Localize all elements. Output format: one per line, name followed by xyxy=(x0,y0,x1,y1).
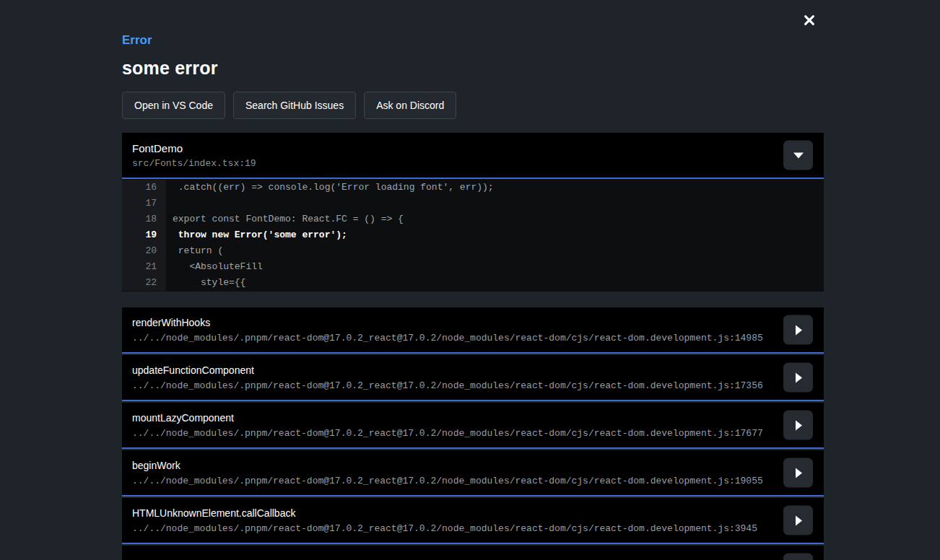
play-icon xyxy=(796,515,802,525)
line-number: 22 xyxy=(122,275,166,291)
close-button[interactable] xyxy=(798,9,821,32)
stack-frame-text: HTMLUnknownElement.callCallback ../../no… xyxy=(132,507,773,534)
stack-frame-path: ../../node_modules/.pnpm/react-dom@17.0.… xyxy=(132,476,773,486)
stack-trace: renderWithHooks ../../node_modules/.pnpm… xyxy=(122,307,824,560)
expand-frame-button[interactable] xyxy=(783,506,813,535)
code-snippet: 16 .catch((err) => console.log('Error lo… xyxy=(122,179,824,292)
line-number: 20 xyxy=(122,243,166,259)
line-code: <AbsoluteFill xyxy=(166,259,263,275)
code-line: 20 return ( xyxy=(122,243,824,259)
code-line: 18 export const FontDemo: React.FC = () … xyxy=(122,211,824,227)
error-type-label: Error xyxy=(122,33,824,48)
chevron-down-icon xyxy=(793,152,804,158)
line-number: 21 xyxy=(122,259,166,275)
stack-frame xyxy=(122,546,824,560)
stack-frame: mountLazyComponent ../../node_modules/.p… xyxy=(122,403,824,449)
code-line: 21 <AbsoluteFill xyxy=(122,259,824,275)
stack-frame-text: renderWithHooks ../../node_modules/.pnpm… xyxy=(132,317,773,344)
code-line: 16 .catch((err) => console.log('Error lo… xyxy=(122,180,824,196)
play-icon xyxy=(796,372,802,382)
error-message: some error xyxy=(122,58,824,79)
frame-function-name: FontDemo xyxy=(132,142,814,154)
collapse-frame-button[interactable] xyxy=(783,141,813,170)
expand-frame-button[interactable] xyxy=(783,411,813,440)
code-frame-header[interactable]: FontDemo src/Fonts/index.tsx:19 xyxy=(122,133,824,179)
close-icon xyxy=(803,14,816,27)
play-icon xyxy=(796,325,802,335)
stack-frame-name: renderWithHooks xyxy=(132,317,773,328)
line-number: 17 xyxy=(122,196,166,211)
expand-frame-button[interactable] xyxy=(783,458,813,488)
stack-frame-name: mountLazyComponent xyxy=(132,412,773,424)
stack-frame-path: ../../node_modules/.pnpm/react-dom@17.0.… xyxy=(132,428,773,439)
line-code: .catch((err) => console.log('Error loadi… xyxy=(166,180,494,196)
error-overlay: Error some error Open in VS CodeSearch G… xyxy=(122,0,824,560)
stack-frame-path: ../../node_modules/.pnpm/react-dom@17.0.… xyxy=(132,523,773,534)
action-button[interactable]: Ask on Discord xyxy=(364,92,456,119)
stack-frame-path: ../../node_modules/.pnpm/react-dom@17.0.… xyxy=(132,380,773,391)
stack-frame-text: beginWork ../../node_modules/.pnpm/react… xyxy=(132,460,773,486)
line-number: 18 xyxy=(122,211,166,227)
code-frame: FontDemo src/Fonts/index.tsx:19 16 .catc… xyxy=(122,133,824,292)
stack-frame-path: ../../node_modules/.pnpm/react-dom@17.0.… xyxy=(132,333,773,344)
code-line: 17 xyxy=(122,196,824,211)
expand-frame-button[interactable] xyxy=(783,363,813,393)
code-frame-header-text: FontDemo src/Fonts/index.tsx:19 xyxy=(132,142,814,169)
line-code: export const FontDemo: React.FC = () => … xyxy=(166,211,404,227)
stack-frame-name: HTMLUnknownElement.callCallback xyxy=(132,507,773,519)
stack-frame: beginWork ../../node_modules/.pnpm/react… xyxy=(122,450,824,496)
stack-frame: updateFunctionComponent ../../node_modul… xyxy=(122,355,824,401)
play-icon xyxy=(796,420,802,430)
line-code: style={{ xyxy=(166,275,245,291)
stack-frame-name: beginWork xyxy=(132,460,773,471)
line-number: 19 xyxy=(122,227,166,243)
line-code xyxy=(166,196,173,211)
stack-frame-name: updateFunctionComponent xyxy=(132,364,773,376)
stack-frame: HTMLUnknownElement.callCallback ../../no… xyxy=(122,498,824,544)
action-button[interactable]: Open in VS Code xyxy=(122,92,225,119)
stack-frame: renderWithHooks ../../node_modules/.pnpm… xyxy=(122,307,824,354)
expand-frame-button[interactable] xyxy=(783,315,813,345)
code-line: 22 style={{ xyxy=(122,275,824,291)
code-line: 19 throw new Error('some error'); xyxy=(122,227,824,243)
line-code: return ( xyxy=(166,243,223,259)
stack-frame-text: updateFunctionComponent ../../node_modul… xyxy=(132,364,773,391)
action-button[interactable]: Search GitHub Issues xyxy=(233,92,356,119)
expand-frame-button[interactable] xyxy=(783,554,813,560)
line-number: 16 xyxy=(122,180,166,196)
line-code: throw new Error('some error'); xyxy=(166,227,347,243)
play-icon xyxy=(796,468,802,478)
action-buttons: Open in VS CodeSearch GitHub IssuesAsk o… xyxy=(122,92,824,119)
stack-frame-text: mountLazyComponent ../../node_modules/.p… xyxy=(132,412,773,439)
frame-location: src/Fonts/index.tsx:19 xyxy=(132,158,814,169)
